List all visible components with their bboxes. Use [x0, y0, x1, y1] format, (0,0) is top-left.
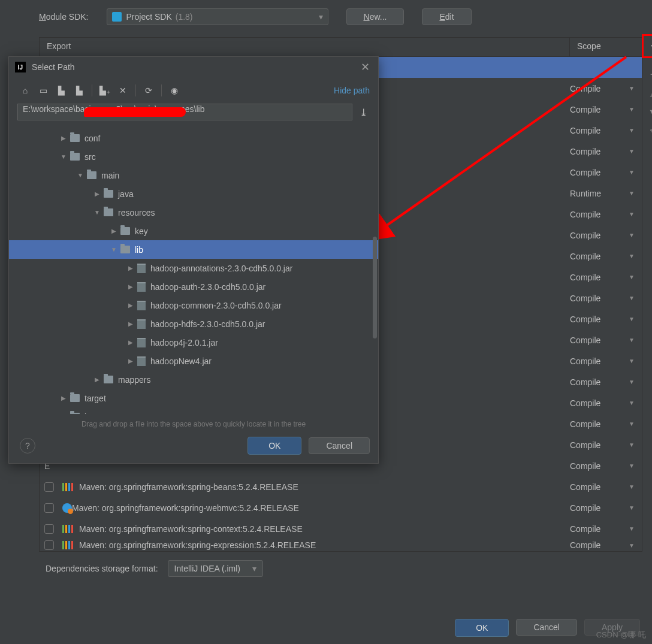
tree-twisty[interactable]: ▶: [126, 358, 135, 364]
scope-combo[interactable]: Compile▼: [570, 231, 637, 240]
home-icon[interactable]: ⌂: [17, 83, 33, 98]
scope-combo[interactable]: Compile▼: [570, 503, 637, 513]
move-up-button[interactable]: ▲: [647, 87, 652, 100]
tree-node[interactable]: ▶hadoop4j-2.0.1.jar: [9, 333, 378, 352]
tree-node[interactable]: ▶conf: [9, 129, 378, 147]
tree-node[interactable]: ▶bass: [9, 407, 378, 414]
scrollbar-thumb[interactable]: [373, 237, 377, 338]
tree-node[interactable]: ▶hadoopNew4.jar: [9, 352, 378, 370]
folder-icon: [120, 246, 130, 253]
scope-combo[interactable]: Compile▼: [570, 168, 637, 177]
desktop-icon[interactable]: ▭: [35, 83, 51, 98]
project-icon[interactable]: ▙: [53, 83, 69, 98]
tree-twisty[interactable]: ▼: [59, 153, 68, 160]
new-button[interactable]: New...: [346, 8, 405, 25]
redaction-mark: [84, 107, 186, 117]
tree-twisty[interactable]: ▶: [126, 321, 135, 327]
tree-twisty[interactable]: ▶: [126, 302, 135, 309]
tree-twisty[interactable]: ▶: [59, 135, 68, 141]
tree-node[interactable]: ▶hadoop-annotations-2.3.0-cdh5.0.0.jar: [9, 259, 378, 277]
dialog-cancel-button[interactable]: Cancel: [309, 437, 370, 454]
show-hidden-icon[interactable]: ◉: [167, 83, 182, 98]
scope-combo[interactable]: Compile▼: [570, 252, 637, 261]
download-icon[interactable]: ⤓: [357, 107, 370, 118]
export-checkbox[interactable]: [44, 524, 54, 534]
dependency-row[interactable]: Maven: org.springframework:spring-contex…: [40, 518, 642, 539]
new-folder-icon[interactable]: ▙₊: [97, 83, 113, 98]
dependency-label: Maven: org.springframework:spring-expres…: [79, 540, 570, 550]
refresh-icon[interactable]: ⟳: [141, 83, 156, 98]
ok-button[interactable]: OK: [455, 619, 509, 637]
tree-twisty[interactable]: ▼: [76, 172, 84, 179]
close-icon[interactable]: ✕: [358, 61, 372, 74]
tree-node[interactable]: ▼main: [9, 166, 378, 185]
export-checkbox[interactable]: [44, 503, 54, 513]
tree-label: src: [84, 152, 96, 162]
tree-node[interactable]: ▼src: [9, 147, 378, 166]
tree-twisty[interactable]: ▶: [93, 376, 101, 383]
scope-combo[interactable]: Compile▼: [570, 210, 637, 219]
remove-button[interactable]: −: [647, 68, 652, 81]
dependency-row[interactable]: Maven: org.springframework:spring-expres…: [40, 539, 642, 551]
tree-node[interactable]: ▼lib: [9, 240, 378, 259]
dialog-ok-button[interactable]: OK: [247, 437, 301, 455]
module-sdk-combo[interactable]: Project SDK (1.8) ▾: [107, 8, 328, 25]
edit-pencil-icon[interactable]: ✎: [647, 125, 652, 138]
scope-combo[interactable]: Compile▼: [570, 335, 637, 345]
tree-twisty[interactable]: ▶: [126, 339, 135, 346]
export-checkbox[interactable]: [44, 482, 54, 492]
scope-combo[interactable]: Compile▼: [570, 461, 637, 471]
tree-twisty[interactable]: ▶: [93, 191, 101, 197]
tree-twisty[interactable]: ▶: [126, 265, 135, 271]
tree-node[interactable]: ▶key: [9, 222, 378, 240]
folder-icon: [70, 134, 80, 142]
move-down-button[interactable]: ▼: [647, 106, 652, 119]
tree-twisty[interactable]: ▼: [110, 246, 118, 253]
path-input[interactable]: E:\workspace\basic-serv ?\src\main\resou…: [17, 104, 352, 120]
tree-twisty[interactable]: ▶: [110, 228, 118, 234]
scope-combo[interactable]: Compile▼: [570, 356, 637, 366]
edit-button[interactable]: Edit: [422, 8, 471, 25]
folder-icon: [87, 171, 96, 179]
delete-icon[interactable]: ✕: [115, 83, 131, 98]
tree-node[interactable]: ▶hadoop-hdfs-2.3.0-cdh5.0.0.jar: [9, 315, 378, 333]
scope-combo[interactable]: Compile▼: [570, 315, 637, 324]
scope-combo[interactable]: Compile▼: [570, 105, 637, 114]
tree-twisty[interactable]: ▶: [126, 283, 135, 290]
tree-node[interactable]: ▼resources: [9, 203, 378, 222]
dependency-label: Maven: org.springframework:spring-beans:…: [79, 482, 570, 492]
tree-node[interactable]: ▶java: [9, 185, 378, 203]
scope-header: Scope: [570, 38, 642, 56]
scope-combo[interactable]: Compile▼: [570, 419, 637, 429]
tree-twisty[interactable]: ▼: [93, 209, 101, 216]
scope-combo[interactable]: Runtime▼: [570, 189, 637, 198]
scope-combo[interactable]: Compile▼: [570, 440, 637, 450]
dependency-row[interactable]: Maven: org.springframework:spring-beans:…: [40, 476, 642, 497]
scope-combo[interactable]: Compile▼: [570, 398, 637, 408]
tree-node[interactable]: ▶target: [9, 389, 378, 407]
scope-combo[interactable]: Compile▼: [570, 524, 637, 534]
scope-combo[interactable]: Compile▼: [570, 377, 637, 387]
tree-label: hadoopNew4.jar: [150, 356, 212, 366]
scope-combo[interactable]: Compile▼: [570, 147, 637, 156]
module-icon[interactable]: ▙: [71, 83, 87, 98]
scope-combo[interactable]: Compile▼: [570, 126, 637, 135]
tree-twisty[interactable]: ▶: [59, 413, 68, 414]
tree-node[interactable]: ▶hadoop-common-2.3.0-cdh5.0.0.jar: [9, 296, 378, 315]
hide-path-link[interactable]: Hide path: [334, 86, 370, 95]
tree-label: bass: [84, 412, 102, 415]
scope-combo[interactable]: Compile▼: [570, 84, 637, 93]
tree-twisty[interactable]: ▶: [59, 395, 68, 401]
scope-combo[interactable]: Compile▼: [570, 294, 637, 303]
tree-node[interactable]: ▶mappers: [9, 370, 378, 389]
scope-combo[interactable]: Compile▼: [570, 540, 637, 550]
scope-combo[interactable]: Compile▼: [570, 273, 637, 282]
export-checkbox[interactable]: [44, 540, 54, 550]
scope-combo[interactable]: Compile▼: [570, 482, 637, 492]
cancel-button[interactable]: Cancel: [516, 619, 577, 636]
storage-combo[interactable]: IntelliJ IDEA (.iml) ▾: [168, 560, 263, 577]
tree-node[interactable]: ▶hadoop-auth-2.3.0-cdh5.0.0.jar: [9, 277, 378, 296]
help-icon[interactable]: ?: [20, 438, 35, 453]
file-tree[interactable]: ▶conf▼src▼main▶java▼resources▶key▼lib▶ha…: [9, 126, 378, 414]
dependency-row[interactable]: Maven: org.springframework:spring-webmvc…: [40, 497, 642, 518]
